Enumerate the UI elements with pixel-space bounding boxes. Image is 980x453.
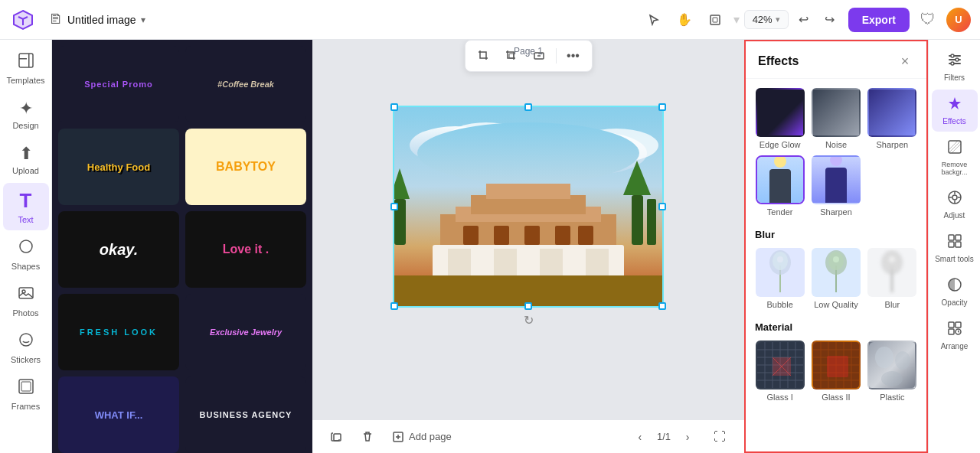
right-sidebar-remove-bg[interactable]: Remove backgr... <box>932 133 978 182</box>
effect-label-sharpen2: Sharpen <box>820 207 852 217</box>
template-healthy-food[interactable]: Healthy Food <box>58 129 179 205</box>
effect-label-blur: Blur <box>885 300 900 309</box>
template-fresh-look[interactable]: FRESH LOOK <box>58 294 179 370</box>
smart-crop-button[interactable] <box>499 44 524 68</box>
add-page-button[interactable]: Add page <box>386 425 458 449</box>
text-icon: T <box>20 189 32 213</box>
template-business-agency[interactable]: BUSINESS AGENCY <box>185 376 306 453</box>
effect-plastic[interactable]: Plastic <box>867 341 917 402</box>
svg-point-78 <box>895 351 910 370</box>
effect-thumb-blur <box>867 248 916 297</box>
svg-rect-35 <box>394 275 662 306</box>
handle-top-left[interactable] <box>390 103 398 111</box>
effects-close-button[interactable]: × <box>896 52 914 70</box>
sidebar-item-shapes[interactable]: Shapes <box>3 232 49 277</box>
select-tool-button[interactable] <box>640 6 668 34</box>
right-sidebar-opacity[interactable]: Opacity <box>932 271 978 313</box>
template-coffee-break[interactable]: #Coffee Break <box>185 46 306 122</box>
sidebar-item-text[interactable]: T Text <box>3 183 49 230</box>
copy-page-button[interactable] <box>325 425 349 449</box>
right-sidebar-arrange[interactable]: Arrange <box>932 314 978 357</box>
handle-middle-left[interactable] <box>390 203 398 210</box>
right-sidebar-effects[interactable]: Effects <box>932 90 978 132</box>
canvas-container[interactable]: ↻ <box>393 106 664 308</box>
effect-glass-i[interactable]: Glass I <box>755 341 805 402</box>
handle-top-right[interactable] <box>658 103 666 111</box>
svg-point-84 <box>956 58 959 61</box>
flip-button[interactable] <box>527 44 551 68</box>
redo-button[interactable]: ↪ <box>818 8 842 32</box>
effect-edge-glow[interactable]: Edge Glow <box>755 88 805 149</box>
effects-grid-top: Edge Glow Noise Sharpen <box>755 88 917 217</box>
effect-thumb-sharpen <box>867 88 916 137</box>
sidebar-item-frames[interactable]: Frames <box>3 372 49 417</box>
template-what-if[interactable]: WHAT IF... <box>58 376 179 453</box>
export-button[interactable]: Export <box>848 8 910 32</box>
svg-rect-24 <box>486 184 570 199</box>
template-babytoy[interactable]: BABYTOY <box>185 129 306 205</box>
effect-low-quality[interactable]: Low Quality <box>811 248 861 309</box>
upload-icon: ⬆ <box>19 144 33 164</box>
security-icon[interactable]: 🛡 <box>916 8 940 32</box>
template-love-it[interactable]: Love it . <box>185 211 306 288</box>
adjust-label: Adjust <box>944 211 965 220</box>
effect-tender[interactable]: Tender <box>755 155 805 217</box>
zoom-control[interactable]: 42% ▾ <box>744 10 789 29</box>
effect-thumb-sharpen2 <box>812 155 861 204</box>
handle-top-middle[interactable] <box>524 103 532 111</box>
effects-grid-material: Glass I <box>755 341 917 402</box>
svg-rect-25 <box>463 226 479 245</box>
undo-button[interactable]: ↩ <box>792 8 816 32</box>
prev-page-button[interactable]: ‹ <box>629 426 651 448</box>
right-sidebar-adjust[interactable]: Adjust <box>932 184 978 226</box>
templates-panel: Special Promo #Coffee Break Healthy Food… <box>52 40 312 453</box>
main-layout: Templates ✦ Design ⬆ Upload T Text Shape… <box>0 40 980 453</box>
effect-sharpen2[interactable]: Sharpen <box>811 155 861 217</box>
rotate-handle[interactable]: ↻ <box>521 312 536 328</box>
sidebar-item-photos[interactable]: Photos <box>3 279 49 324</box>
text-label: Text <box>18 215 33 224</box>
handle-bottom-middle[interactable] <box>524 302 532 310</box>
sidebar-item-design[interactable]: ✦ Design <box>3 93 49 136</box>
effect-glass-ii[interactable]: Glass II <box>811 341 861 402</box>
template-okay[interactable]: okay. <box>58 211 179 288</box>
sidebar-item-stickers[interactable]: Stickers <box>3 325 49 370</box>
svg-rect-26 <box>494 226 509 245</box>
undo-redo-controls: ↩ ↪ <box>792 8 842 32</box>
svg-rect-92 <box>949 242 954 247</box>
effect-label-tender: Tender <box>767 207 793 217</box>
effect-blur[interactable]: Blur <box>867 248 917 309</box>
fullscreen-button[interactable]: ⛶ <box>707 425 732 449</box>
effect-bubble[interactable]: Bubble <box>755 248 805 309</box>
template-exclusive-jewelry[interactable]: Exclusive Jewelry <box>185 294 306 370</box>
user-avatar[interactable]: U <box>946 8 971 32</box>
hand-tool-button[interactable]: ✋ <box>671 6 698 34</box>
template-special-promo[interactable]: Special Promo <box>58 46 179 122</box>
handle-bottom-left[interactable] <box>390 302 398 310</box>
filters-label: Filters <box>944 73 965 82</box>
crop-tool-button[interactable] <box>472 44 496 68</box>
effects-right-icon <box>947 96 962 115</box>
logo[interactable] <box>9 6 37 34</box>
svg-rect-75 <box>827 356 848 377</box>
design-label: Design <box>12 121 38 130</box>
sidebar-item-upload[interactable]: ⬆ Upload <box>3 138 49 181</box>
more-options-button[interactable]: ••• <box>561 44 586 68</box>
handle-bottom-right[interactable] <box>658 302 666 310</box>
sidebar-item-templates[interactable]: Templates <box>3 46 49 91</box>
right-sidebar-smart-tools[interactable]: Smart tools <box>932 227 978 269</box>
effect-sharpen[interactable]: Sharpen <box>867 88 917 149</box>
effect-noise[interactable]: Noise <box>811 88 861 149</box>
right-sidebar-filters[interactable]: Filters <box>932 46 978 88</box>
svg-rect-3 <box>19 58 27 60</box>
handle-middle-right[interactable] <box>658 203 666 210</box>
canvas-area: ••• Page 1 <box>312 40 744 453</box>
effects-header: Effects × <box>746 41 926 79</box>
svg-rect-10 <box>21 382 31 391</box>
effect-thumb-bubble <box>756 248 805 297</box>
canvas-selection[interactable]: ↻ <box>393 106 664 308</box>
delete-page-button[interactable] <box>355 425 380 449</box>
next-page-button[interactable]: › <box>677 426 698 448</box>
title-dropdown-icon[interactable]: ▾ <box>141 15 145 25</box>
frame-tool-button[interactable] <box>701 6 729 34</box>
